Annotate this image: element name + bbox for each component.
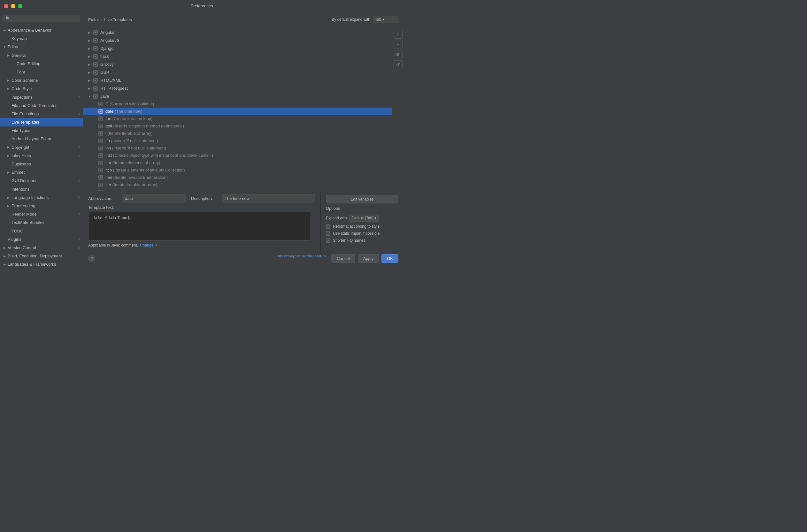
sidebar-item-code-style[interactable]: ▶ Code Style <box>0 84 83 93</box>
template-item-iter[interactable]: iter (Iterate Iterable or array) <box>83 181 392 188</box>
reformat-checkbox[interactable] <box>326 224 330 229</box>
sidebar-item-label: Reader Mode <box>12 211 37 217</box>
sidebar-item-code-editing[interactable]: Code Editing <box>0 60 83 68</box>
template-item-itar[interactable]: itar (Iterate elements of array) <box>83 159 392 166</box>
chevron-icon <box>6 187 10 191</box>
item-checkbox[interactable] <box>98 160 103 165</box>
template-textarea[interactable]: date $dateTime$ <box>88 212 311 241</box>
settings-icon: ⚙ <box>77 154 80 158</box>
change-link[interactable]: Change <box>140 243 153 247</box>
template-item-fori[interactable]: fori (Create iteration loop) <box>83 115 392 122</box>
item-checkbox[interactable] <box>98 124 103 128</box>
copy-button[interactable]: ⧉ <box>394 50 402 59</box>
template-group-gsp[interactable]: ▶ GSP <box>83 68 392 76</box>
template-group-angular[interactable]: ▶ Angular <box>83 28 392 36</box>
ok-button[interactable]: OK <box>381 254 398 263</box>
template-group-django[interactable]: ▶ Django <box>83 44 392 52</box>
expand-dropdown[interactable]: Tab ▾ <box>373 16 398 23</box>
search-input[interactable] <box>3 15 80 22</box>
sidebar-item-inlay-hints[interactable]: ▶ Inlay Hints ⚙ <box>0 152 83 160</box>
sidebar-item-copyright[interactable]: ▶ Copyright ⚙ <box>0 144 83 152</box>
template-group-html-xml[interactable]: ▶ HTML/XML <box>83 76 392 84</box>
sidebar-item-file-encodings[interactable]: File Encodings ⚙ <box>0 110 83 118</box>
group-checkbox[interactable] <box>93 46 98 51</box>
sidebar-item-build[interactable]: ▶ Build, Execution, Deployment <box>0 252 83 260</box>
group-checkbox[interactable] <box>93 54 98 59</box>
template-item-date[interactable]: date (The time now) <box>83 108 392 115</box>
sidebar-item-version-control[interactable]: ▶ Version Control ⚙ <box>0 244 83 252</box>
sidebar-item-languages[interactable]: ▶ Languages & Frameworks <box>0 260 83 266</box>
help-button[interactable]: ? <box>88 255 95 262</box>
shorten-fq-checkbox[interactable] <box>326 238 330 243</box>
chevron-icon <box>6 95 10 99</box>
close-button[interactable] <box>4 4 8 8</box>
item-checkbox[interactable] <box>98 190 103 191</box>
sidebar-item-gui-designer[interactable]: GUI Designer ⚙ <box>0 176 83 185</box>
template-group-groovy[interactable]: ▶ Groovy <box>83 60 392 68</box>
item-checkbox[interactable] <box>98 131 103 136</box>
item-checkbox[interactable] <box>98 183 103 187</box>
sidebar-item-general[interactable]: ▶ General <box>0 52 83 60</box>
group-checkbox[interactable] <box>93 78 98 83</box>
item-checkbox[interactable] <box>98 168 103 172</box>
sidebar-item-appearance[interactable]: ▶ Appearance & Behavior <box>0 26 83 35</box>
maximize-button[interactable] <box>18 4 22 8</box>
sidebar-item-color-scheme[interactable]: ▶ Color Scheme <box>0 76 83 84</box>
apply-button[interactable]: Apply <box>358 254 379 263</box>
cancel-button[interactable]: Cancel <box>331 254 355 263</box>
item-checkbox[interactable] <box>98 146 103 150</box>
sidebar-item-file-types[interactable]: File Types <box>0 127 83 135</box>
group-checkbox[interactable] <box>93 94 98 99</box>
sidebar-item-live-templates[interactable]: Live Templates <box>0 118 83 127</box>
item-checkbox[interactable] <box>98 175 103 180</box>
sidebar-item-inspections[interactable]: Inspections ⚙ <box>0 93 83 101</box>
template-group-http-request[interactable]: ▶ HTTP Request <box>83 84 392 92</box>
remove-button[interactable]: − <box>394 40 402 49</box>
expand-with-dropdown[interactable]: Default (Tab) ▾ <box>349 214 379 222</box>
abbreviation-input[interactable] <box>122 194 186 203</box>
template-item-geti[interactable]: geti (Inserts singleton method getInstan… <box>83 122 392 130</box>
right-sidebar: + − ⧉ ↺ <box>392 27 404 191</box>
template-item-c[interactable]: C (Surround with Callable) <box>83 100 392 108</box>
sidebar-item-language-injections[interactable]: ▶ Language Injections ⚙ <box>0 193 83 202</box>
group-checkbox[interactable] <box>93 70 98 75</box>
template-group-angularjs[interactable]: ▶ AngularJS <box>83 36 392 44</box>
sidebar-item-proofreading[interactable]: ▶ Proofreading <box>0 202 83 210</box>
group-checkbox[interactable] <box>93 38 98 43</box>
edit-variables-button[interactable]: Edit variables <box>326 195 398 204</box>
restore-button[interactable]: ↺ <box>394 60 402 69</box>
sidebar-item-font[interactable]: Font <box>0 68 83 76</box>
template-item-inst[interactable]: inst (Checks object type with instanceof… <box>83 152 392 159</box>
sidebar-item-reader-mode[interactable]: Reader Mode ⚙ <box>0 210 83 218</box>
sidebar-item-duplicates[interactable]: Duplicates <box>0 160 83 168</box>
item-checkbox[interactable] <box>98 138 103 143</box>
item-checkbox[interactable] <box>98 153 103 158</box>
sidebar-item-editor[interactable]: ▼ Editor <box>0 43 83 51</box>
template-item-itit[interactable]: itit (Iterate java.util.Iterator) <box>83 188 392 191</box>
description-input[interactable] <box>222 194 315 203</box>
sidebar-item-intentions[interactable]: Intentions <box>0 185 83 193</box>
item-checkbox[interactable] <box>98 117 103 121</box>
template-group-java[interactable]: ▼ Java <box>83 92 392 100</box>
group-checkbox[interactable] <box>93 86 98 91</box>
template-item-iten[interactable]: iten (Iterate java.util.Enumeration) <box>83 174 392 181</box>
static-import-checkbox[interactable] <box>326 231 330 236</box>
template-item-l[interactable]: l (Iterate Iterable or array) <box>83 130 392 137</box>
sidebar-item-plugins[interactable]: Plugins ⚙ <box>0 235 83 244</box>
template-item-itco[interactable]: itco (Iterate elements of java.util.Coll… <box>83 166 392 174</box>
add-button[interactable]: + <box>394 30 402 39</box>
item-checkbox[interactable] <box>98 102 103 106</box>
template-item-ifn[interactable]: ifn (Inserts 'if null' statement) <box>83 137 392 144</box>
sidebar-item-todo[interactable]: TODO <box>0 227 83 235</box>
sidebar-item-android-layout[interactable]: Android Layout Editor <box>0 135 83 143</box>
sidebar-item-keymap[interactable]: Keymap <box>0 35 83 43</box>
sidebar-item-file-code-templates[interactable]: File and Code Templates <box>0 101 83 110</box>
group-checkbox[interactable] <box>93 62 98 67</box>
sidebar-item-emmet[interactable]: ▶ Emmet <box>0 168 83 176</box>
template-group-flask[interactable]: ▶ flask <box>83 52 392 60</box>
minimize-button[interactable] <box>11 4 15 8</box>
sidebar-item-textmate[interactable]: TextMate Bundles <box>0 218 83 227</box>
group-checkbox[interactable] <box>93 30 98 35</box>
template-item-inn[interactable]: inn (Inserts 'if not null' statement) <box>83 144 392 152</box>
item-checkbox[interactable] <box>98 109 103 114</box>
